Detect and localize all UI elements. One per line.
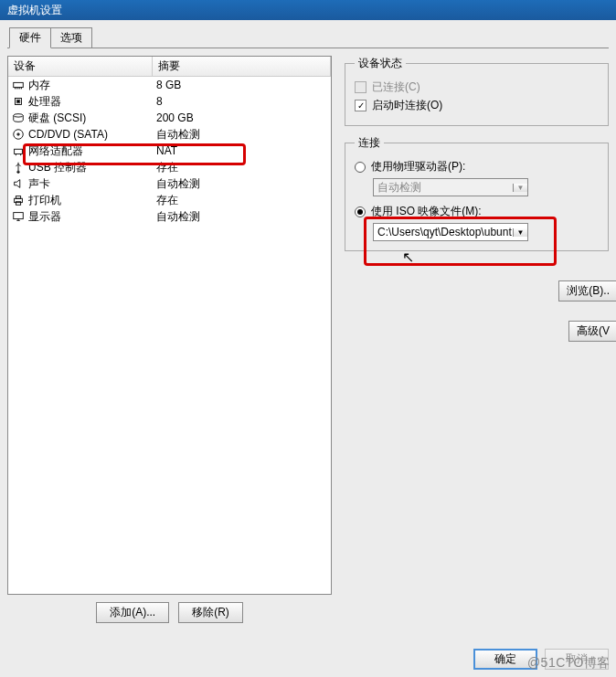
iso-file-label: 使用 ISO 映像文件(M): — [371, 204, 482, 219]
device-summary: 8 — [153, 95, 331, 108]
cpu-icon — [12, 95, 25, 108]
disk-icon — [12, 111, 25, 124]
device-summary: 8 GB — [153, 79, 331, 91]
window-titlebar: 虚拟机设置 — [0, 0, 616, 20]
physical-drive-value: 自动检测 — [374, 180, 513, 196]
connected-checkbox-row: 已连接(C) — [355, 79, 599, 95]
connection-legend: 连接 — [355, 135, 384, 151]
connect-power-checkbox[interactable]: ✓ — [355, 100, 366, 111]
hardware-row-disk[interactable]: 硬盘 (SCSI)200 GB — [8, 110, 331, 126]
hardware-row-memory[interactable]: 内存8 GB — [8, 77, 331, 93]
iso-file-row[interactable]: 使用 ISO 映像文件(M): — [355, 204, 599, 219]
printer-icon — [12, 194, 25, 206]
cd-icon — [12, 128, 25, 141]
column-summary[interactable]: 摘要 — [153, 57, 331, 76]
iso-file-radio[interactable] — [355, 206, 366, 217]
connect-power-label: 启动时连接(O) — [372, 98, 442, 113]
device-summary: NAT — [153, 144, 331, 157]
device-summary: 200 GB — [153, 111, 331, 124]
chevron-down-icon: ▼ — [513, 184, 527, 192]
display-icon — [12, 210, 25, 223]
iso-file-combo[interactable]: C:\Users\qyt\Desktop\ubunt ▼ — [373, 223, 528, 241]
hardware-row-cd[interactable]: CD/DVD (SATA)自动检测 — [8, 126, 331, 143]
hardware-header: 设备 摘要 — [8, 57, 331, 77]
physical-drive-row[interactable]: 使用物理驱动器(P): — [355, 159, 599, 175]
hardware-body: 内存8 GB处理器8硬盘 (SCSI)200 GBCD/DVD (SATA)自动… — [8, 77, 331, 225]
physical-drive-combo: 自动检测 ▼ — [373, 178, 528, 196]
hardware-row-display[interactable]: 显示器自动检测 — [8, 208, 331, 225]
column-device[interactable]: 设备 — [8, 57, 153, 76]
add-button[interactable]: 添加(A)... — [96, 602, 169, 623]
device-name: 硬盘 (SCSI) — [28, 111, 86, 126]
hardware-panel: 设备 摘要 内存8 GB处理器8硬盘 (SCSI)200 GBCD/DVD (S… — [7, 56, 332, 626]
hardware-row-sound[interactable]: 声卡自动检测 — [8, 175, 331, 192]
device-name: 内存 — [28, 78, 50, 93]
tab-hardware[interactable]: 硬件 — [9, 27, 51, 48]
net-icon — [12, 144, 25, 157]
dialog-content: 硬件 选项 设备 摘要 内存8 GB处理器8硬盘 (SCSI)200 GBCD/… — [0, 20, 616, 677]
device-summary: 自动检测 — [153, 209, 331, 225]
window-title: 虚拟机设置 — [7, 3, 62, 18]
hardware-row-cpu[interactable]: 处理器8 — [8, 93, 331, 110]
connected-label: 已连接(C) — [372, 79, 420, 95]
usb-icon — [12, 161, 25, 174]
hardware-buttons: 添加(A)... 移除(R) — [7, 602, 332, 623]
device-status-legend: 设备状态 — [355, 56, 406, 71]
cancel-button[interactable]: 取消 — [545, 649, 609, 670]
tab-options[interactable]: 选项 — [50, 27, 92, 48]
device-status-group: 设备状态 已连接(C) ✓ 启动时连接(O) — [345, 56, 609, 126]
device-name: CD/DVD (SATA) — [28, 128, 108, 141]
remove-button[interactable]: 移除(R) — [178, 602, 243, 623]
hardware-row-printer[interactable]: 打印机存在 — [8, 192, 331, 208]
device-name: 网络适配器 — [28, 143, 83, 159]
advanced-button[interactable]: 高级(V — [568, 321, 616, 342]
browse-button[interactable]: 浏览(B).. — [558, 280, 616, 301]
detail-panel: 设备状态 已连接(C) ✓ 启动时连接(O) 连接 使用物理驱动器(P): 自动… — [339, 56, 609, 626]
tab-strip: 硬件 选项 — [9, 27, 616, 48]
device-name: 显示器 — [28, 209, 61, 225]
hardware-list[interactable]: 设备 摘要 内存8 GB处理器8硬盘 (SCSI)200 GBCD/DVD (S… — [7, 56, 332, 595]
sound-icon — [12, 177, 25, 190]
main-panel: 设备 摘要 内存8 GB处理器8硬盘 (SCSI)200 GBCD/DVD (S… — [0, 48, 616, 633]
device-summary: 存在 — [153, 193, 331, 208]
connect-power-checkbox-row[interactable]: ✓ 启动时连接(O) — [355, 98, 599, 113]
device-name: 打印机 — [28, 193, 61, 208]
memory-icon — [12, 79, 25, 91]
device-summary: 自动检测 — [153, 127, 331, 143]
device-name: 声卡 — [28, 176, 50, 192]
device-summary: 存在 — [153, 160, 331, 175]
iso-file-value[interactable]: C:\Users\qyt\Desktop\ubunt — [374, 226, 513, 238]
hardware-row-net[interactable]: 网络适配器NAT — [8, 143, 331, 159]
physical-drive-label: 使用物理驱动器(P): — [371, 159, 465, 175]
ok-button[interactable]: 确定 — [473, 649, 537, 670]
chevron-down-icon[interactable]: ▼ — [513, 228, 527, 237]
device-name: 处理器 — [28, 94, 61, 110]
device-name: USB 控制器 — [28, 160, 87, 175]
dialog-buttons: 确定 取消 — [473, 649, 609, 670]
physical-drive-radio[interactable] — [355, 162, 366, 173]
connection-group: 连接 使用物理驱动器(P): 自动检测 ▼ 使用 ISO 映像文件(M): C:… — [345, 135, 609, 251]
hardware-row-usb[interactable]: USB 控制器存在 — [8, 159, 331, 175]
connected-checkbox — [355, 81, 366, 93]
device-summary: 自动检测 — [153, 176, 331, 192]
